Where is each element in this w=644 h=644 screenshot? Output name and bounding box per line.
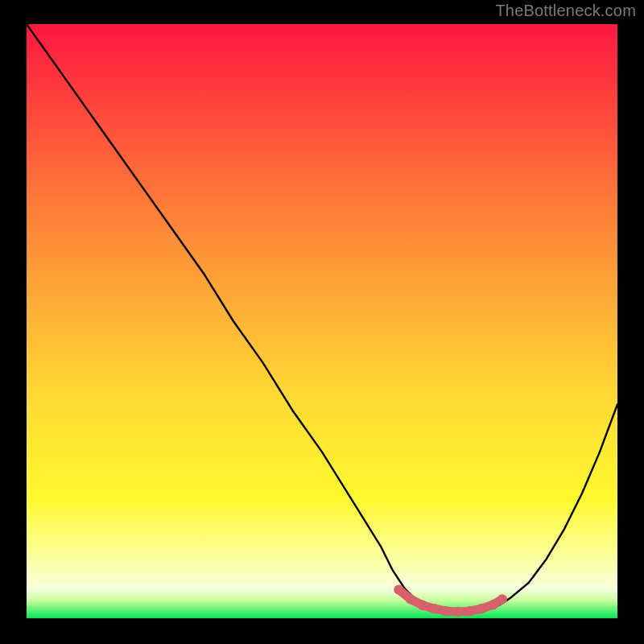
optimal-zone-dot — [441, 606, 451, 616]
optimal-zone-dot — [453, 607, 463, 617]
gradient-background — [27, 24, 617, 618]
optimal-zone-dot — [497, 594, 507, 604]
optimal-zone-dot — [418, 601, 427, 610]
attribution-label: TheBottleneck.com — [495, 2, 636, 20]
optimal-zone-dot — [464, 606, 474, 616]
plot-svg — [27, 24, 617, 618]
optimal-zone-dot — [406, 594, 415, 604]
optimal-zone-dot — [394, 584, 403, 594]
optimal-zone-dot — [489, 600, 498, 609]
optimal-zone-dot — [477, 604, 486, 613]
optimal-zone-dot — [429, 604, 439, 613]
chart-frame: TheBottleneck.com — [0, 0, 644, 644]
bottleneck-plot — [27, 24, 617, 618]
